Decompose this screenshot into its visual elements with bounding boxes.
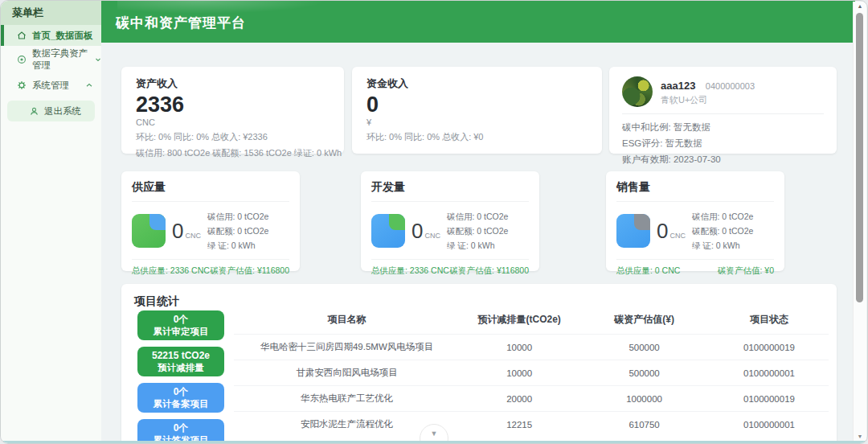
divider <box>371 259 529 260</box>
pin-icon <box>17 55 27 64</box>
cell-project-name: 华东热电联产工艺优化 <box>234 386 460 412</box>
sidebar-item-label: 系统管理 <box>32 80 69 92</box>
total-supply: 总供应量: 2336 CNC <box>371 265 449 277</box>
fund-income-value: 0 <box>366 92 588 117</box>
stat-value: 0个 <box>174 385 189 398</box>
supply-unit: CNC <box>185 232 201 240</box>
account-company: 青软U+公司 <box>661 94 755 106</box>
carbon-credit-line: 碳信用: 0 tCO2e <box>692 209 774 224</box>
carbon-quota-line: 碳配额: 0 tCO2e <box>447 224 529 238</box>
sidebar-item-dashboard[interactable]: 首页_数据面板 <box>1 25 101 46</box>
card-title: 供应量 <box>132 180 289 195</box>
scroll-down-icon[interactable]: ▼ <box>854 434 866 439</box>
esg-score: ESG评分: 暂无数据 <box>622 135 824 151</box>
stat-value: 52215 tCO2e <box>152 349 210 362</box>
cell-expected-reduction: 10000 <box>460 335 579 360</box>
sidebar-item-logout[interactable]: 退出系统 <box>7 101 95 121</box>
asset-income-value: 2336 <box>136 92 330 117</box>
home-icon <box>17 31 27 40</box>
divider <box>616 201 774 202</box>
green-cert-line: 绿 证: 0 kWh <box>447 238 529 253</box>
table-row: 华电哈密十三间房四期49.5MW风电场项目 10000 500000 01000… <box>234 335 829 360</box>
scrollbar-thumb[interactable] <box>856 13 863 302</box>
account-validity: 账户有效期: 2023-07-30 <box>622 151 824 167</box>
sidebar-item-data-dictionary[interactable]: 数据字典资产管理 <box>1 49 101 70</box>
vertical-scrollbar[interactable]: ▲ ▼ <box>853 2 866 441</box>
divider <box>132 201 289 202</box>
project-statistics-card: 项目统计 0个 累计审定项目 52215 tCO2e 预计减排量 0个 累计备案… <box>121 284 837 444</box>
fund-income-card: 资金收入 0 ¥ 环比: 0% 同比: 0% 总收入: ¥0 <box>352 67 602 154</box>
table-row: 安阳水泥生产流程优化 12215 610750 0100000001 <box>234 412 829 438</box>
project-table: 项目名称 预计减排量(tCO2e) 碳资产估值(¥) 项目状态 华电哈密十三间房… <box>234 305 829 437</box>
window-bottom-border <box>1 441 867 443</box>
cell-asset-value: 500000 <box>579 335 710 360</box>
development-volume-card: 开发量 0CNC 碳信用: 0 tCO2e 碳配额: 0 tCO2e 绿 证: … <box>361 171 539 271</box>
col-project-name: 项目名称 <box>234 305 460 335</box>
account-id: 0400000003 <box>706 81 755 91</box>
table-header-row: 项目名称 预计减排量(tCO2e) 碳资产估值(¥) 项目状态 <box>234 305 829 335</box>
asset-income-carbon-line: 碳信用: 800 tCO2e 碳配额: 1536 tCO2e 绿证: 0 kWh <box>136 147 330 159</box>
stat-value: 0个 <box>174 421 189 434</box>
certified-projects-button[interactable]: 0个 累计审定项目 <box>137 310 224 340</box>
cell-project-status: 0100000019 <box>710 335 829 360</box>
stat-label: 预计减排量 <box>158 362 204 375</box>
carbon-quota-line: 碳配额: 0 tCO2e <box>207 224 289 238</box>
carbon-asset-value: 碳资产估值: ¥0 <box>718 265 774 277</box>
app-window: 菜单栏 首页_数据面板 数据字典资产管理 系统管理 <box>0 0 868 444</box>
fund-income-unit: ¥ <box>366 117 588 127</box>
card-title: 销售量 <box>616 180 774 195</box>
stat-value: 0个 <box>174 313 189 326</box>
table-row: 甘肃安西向阳风电场项目 10000 500000 0100000001 <box>234 360 829 386</box>
cell-expected-reduction: 20000 <box>460 386 579 412</box>
total-supply: 总供应量: 0 CNC <box>616 265 680 277</box>
divider <box>622 113 824 114</box>
cell-project-status: 0100000001 <box>710 360 829 386</box>
divider <box>371 201 529 202</box>
col-project-status: 项目状态 <box>710 305 829 335</box>
supply-volume-card: 供应量 0CNC 碳信用: 0 tCO2e 碳配额: 0 tCO2e 绿 证: … <box>121 171 300 271</box>
user-icon <box>30 107 39 116</box>
asset-income-unit: CNC <box>136 117 330 127</box>
supply-value: 0 <box>172 219 183 243</box>
sidebar-title: 菜单栏 <box>1 1 101 25</box>
carbon-credit-line: 碳信用: 0 tCO2e <box>447 209 529 224</box>
carbon-asset-value: 碳资产估值: ¥116800 <box>450 265 529 277</box>
cell-project-name: 甘肃安西向阳风电场项目 <box>234 360 460 386</box>
page-title: 碳中和资产管理平台 <box>116 14 246 32</box>
asset-income-card: 资产收入 2336 CNC 环比: 0% 同比: 0% 总收入: ¥2336 碳… <box>121 67 344 154</box>
divider <box>132 259 289 260</box>
carbon-quota-line: 碳配额: 0 tCO2e <box>692 224 774 238</box>
carbon-asset-value: 碳资产估值: ¥116800 <box>211 265 289 277</box>
green-cert-line: 绿 证: 0 kWh <box>692 238 774 253</box>
sidebar-item-label: 首页_数据面板 <box>32 30 92 42</box>
sales-value: 0 <box>657 219 668 243</box>
cell-asset-value: 610750 <box>579 412 710 438</box>
cell-project-status: 0100000019 <box>710 386 829 412</box>
filed-projects-button[interactable]: 0个 累计备案项目 <box>137 383 224 413</box>
fund-income-ratio-line: 环比: 0% 同比: 0% 总收入: ¥0 <box>366 131 588 143</box>
carbon-credit-line: 碳信用: 0 tCO2e <box>207 209 289 224</box>
cell-expected-reduction: 12215 <box>460 412 579 438</box>
col-expected-reduction: 预计减排量(tCO2e) <box>460 305 579 335</box>
account-name: aaa123 <box>661 80 695 92</box>
sales-icon <box>616 214 650 248</box>
top-header: 碳中和资产管理平台 <box>101 1 855 43</box>
development-unit: CNC <box>424 232 440 240</box>
sales-volume-card: 销售量 0CNC 碳信用: 0 tCO2e 碳配额: 0 tCO2e 绿 证: … <box>606 171 784 271</box>
asset-income-ratio-line: 环比: 0% 同比: 0% 总收入: ¥2336 <box>136 131 330 143</box>
green-cert-line: 绿 证: 0 kWh <box>207 238 289 253</box>
development-value: 0 <box>411 219 423 243</box>
development-icon <box>371 214 405 248</box>
stat-label: 累计备案项目 <box>154 398 209 411</box>
sidebar-item-label: 退出系统 <box>44 105 81 117</box>
table-row: 华东热电联产工艺优化 20000 1000000 0100000019 <box>234 386 829 412</box>
card-title: 资产收入 <box>136 76 330 91</box>
scroll-down-icon: ▼ <box>431 430 438 438</box>
scroll-up-icon[interactable]: ▲ <box>854 3 866 9</box>
expected-reduction-button[interactable]: 52215 tCO2e 预计减排量 <box>137 347 224 376</box>
sidebar-item-system[interactable]: 系统管理 <box>1 75 101 96</box>
sidebar-item-label: 数据字典资产管理 <box>32 47 92 72</box>
card-title: 资金收入 <box>366 76 588 91</box>
stat-label: 累计审定项目 <box>154 326 209 339</box>
cell-expected-reduction: 10000 <box>460 360 579 386</box>
